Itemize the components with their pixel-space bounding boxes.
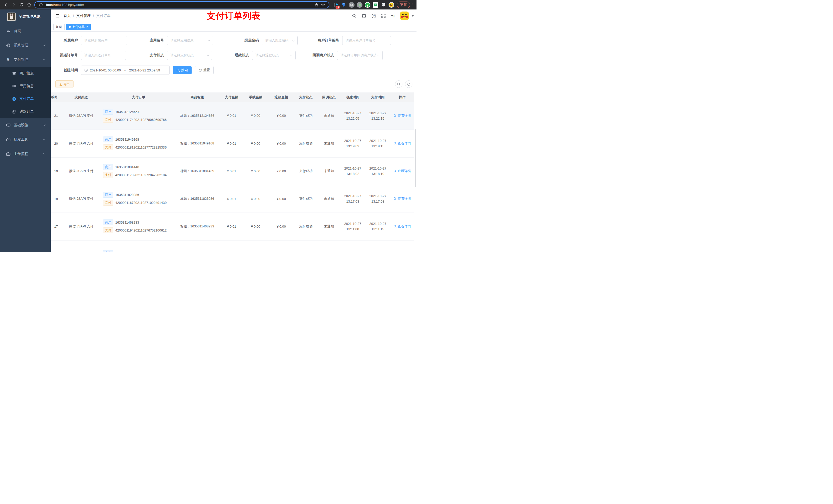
notify-status-select[interactable]: 请选择订单回调商户状态 [337,51,383,60]
bookmark-star-icon[interactable] [320,3,326,7]
close-tab-icon[interactable]: × [86,25,88,28]
reload-icon[interactable] [18,1,25,8]
avatar-caret-icon[interactable] [411,15,414,17]
briefcase-icon [5,152,11,156]
orders-table: 编号 支付渠道 支付订单 商品标题 支付金额 手续金额 退款金额 支付状态 回调… [51,93,414,252]
tags-view-bar: 首页 支付订单 × [51,22,416,32]
create-time-cell: 2021-10-2713:17:03 [340,185,365,213]
merchant-input[interactable]: 请选择所属商户 [81,36,127,45]
refresh-table-button[interactable] [405,80,412,88]
monitor-icon [5,123,11,127]
chevron-down-icon [290,54,293,56]
extension-tabs-icon[interactable]: 10 [333,2,339,8]
pay-status-select[interactable]: 请选择支付状态 [167,51,212,60]
pay-tag: 支付 [103,172,113,178]
sidebar-item-system[interactable]: 系统管理 [0,38,51,52]
back-icon[interactable] [2,1,10,8]
action-cell: 查看详情 [390,102,414,129]
extension-gem-icon[interactable] [341,2,347,8]
merchant-tag: 商户 [103,219,113,225]
extension-y-icon[interactable]: y [365,2,371,8]
sidebar-item-infra[interactable]: 基础设施 [0,118,51,133]
sidebar-item-refund-order[interactable]: 退款订单 [0,105,51,118]
pay-order-cell: 商户1635311823086 支付4200001167202110271022… [103,185,174,213]
pay-tag: 支付 [103,200,113,206]
tab-home[interactable]: 首页 [53,24,65,30]
sidebar-item-app-info[interactable]: 应用信息 [0,80,51,93]
action-cell: 查看详情 [390,157,414,185]
pay-amount-cell: ¥ 0.01 [220,213,243,240]
forward-icon[interactable] [10,1,18,8]
channel-code-select[interactable]: 请输入渠道编码 [262,36,298,45]
breadcrumb-home[interactable]: 首页 [64,14,71,18]
channel-order-no-input[interactable]: 请输入渠道订单号 [81,51,126,60]
extension-chat-icon[interactable] [373,2,378,8]
refund-amount-cell [268,240,294,252]
collapse-sidebar-icon[interactable] [52,11,62,21]
sidebar-item-workflow[interactable]: 工作流程 [0,147,51,161]
reset-button[interactable]: 重置 [195,66,214,74]
page-content: 所属商户 请选择所属商户 应用编号 请选择应用信息 渠道编码 请输入渠道编码 商… [51,32,416,252]
pay-time-cell [365,240,390,252]
site-info-icon[interactable] [38,3,44,7]
extension-command-icon[interactable] [349,2,355,8]
user-avatar[interactable] [400,11,409,20]
product-title-cell: 标题：1635311468233 [174,213,220,240]
share-icon[interactable] [313,3,320,7]
export-button[interactable]: 导出 [55,80,73,88]
fullscreen-icon[interactable] [381,13,386,19]
help-icon[interactable]: ? [371,13,377,19]
fee-amount-cell: ¥ 0.00 [243,185,268,213]
breadcrumb-pay[interactable]: 支付管理 [76,14,91,18]
github-icon[interactable] [361,13,367,19]
date-range-picker[interactable]: 2021-10-01 00:00:00 - 2021-10-31 23:59:5… [81,66,170,75]
sidebar-item-pay-order[interactable]: ¥ 支付订单 [0,93,51,105]
sidebar-item-label: 基础设施 [14,123,28,127]
home-icon[interactable] [25,1,33,8]
sidebar-item-pay[interactable]: ¥ 支付管理 [0,52,51,67]
toggle-search-button[interactable] [395,80,402,88]
pay-channel-cell: 微信 JSAPI 支付 [60,129,103,157]
chevron-down-icon [377,54,380,56]
view-detail-link[interactable]: 查看详情 [394,114,411,118]
pay-amount-cell: ¥ 0.01 [220,185,243,213]
table-row: 18 微信 JSAPI 支付 商户1635311823086 支付4200001… [51,185,414,213]
search-icon[interactable] [352,13,357,19]
chrome-update-button[interactable]: 更新 [397,2,410,8]
view-detail-link[interactable]: 查看详情 [394,141,411,146]
extensions-puzzle-icon[interactable] [381,2,386,8]
clock-icon [84,68,88,72]
merchant-order-no-input[interactable]: 请输入商户订单编号 [342,36,391,45]
sidebar-item-home[interactable]: 首页 [0,24,51,38]
extension-record-icon[interactable] [357,2,362,8]
refund-status-select[interactable]: 请选择退款状态 [252,51,295,60]
chevron-down-icon [208,39,210,42]
filter-merchant: 所属商户 请选择所属商户 [55,36,127,45]
product-title-cell: 标题：1635311949168 [174,129,220,157]
search-button[interactable]: 搜索 [173,66,192,74]
fee-amount-cell: ¥ 0.00 [243,102,268,129]
browser-menu-icon[interactable] [412,3,412,6]
notify-status-cell: 未通知 [318,213,340,240]
sidebar-item-label: 支付订单 [20,97,34,101]
address-bar[interactable]: localhost:1024/pay/order [34,1,329,8]
navbar-actions: ? TT [352,9,414,22]
sidebar-item-merchant-info[interactable]: 商户信息 [0,67,51,80]
browser-profile-avatar[interactable] [388,2,394,8]
app-no-select[interactable]: 请选择应用信息 [167,36,213,45]
pay-time-cell: 2021-10-2713:18:10 [365,157,390,185]
pay-order-cell: 商户1635311254796 [103,240,174,252]
active-tab-dot [69,26,71,28]
view-detail-link[interactable]: 查看详情 [394,169,411,173]
pay-time-cell: 2021-10-2713:19:15 [365,129,390,157]
page-scrollbar[interactable] [415,129,416,187]
sidebar-item-devtools[interactable]: 研发工具 [0,133,51,147]
refund-amount-cell: ¥ 0.00 [268,157,294,185]
pay-submenu: 商户信息 应用信息 ¥ 支付订单 退款订单 [0,67,51,118]
view-detail-link[interactable]: 查看详情 [394,196,411,201]
breadcrumb-current: 支付订单 [96,14,111,18]
pay-tag: 支付 [103,144,113,150]
tab-pay-order[interactable]: 支付订单 × [66,24,91,30]
view-detail-link[interactable]: 查看详情 [394,224,411,229]
font-size-icon[interactable]: TT [390,13,396,19]
